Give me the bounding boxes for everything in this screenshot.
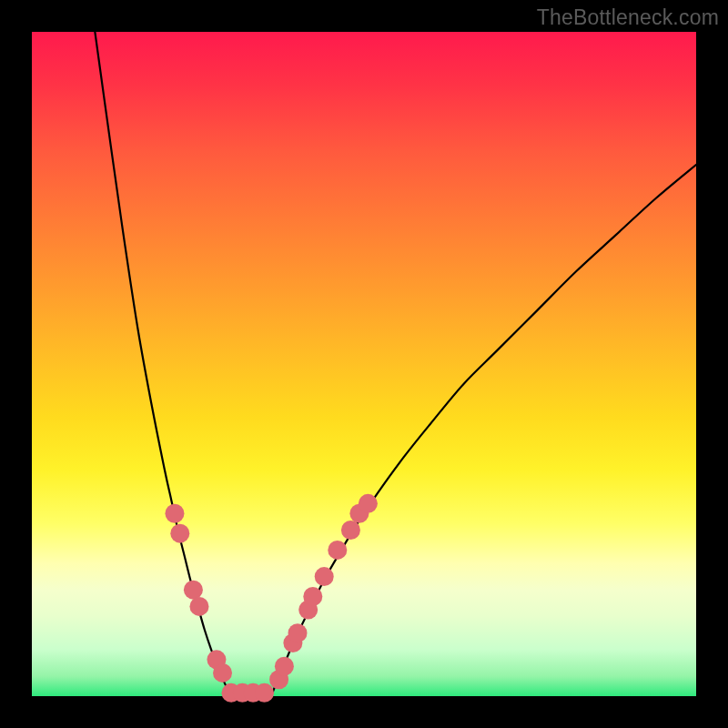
chart-marker [341, 521, 360, 540]
chart-marker [303, 587, 322, 606]
chart-marker [170, 524, 189, 543]
curves-group [95, 32, 696, 696]
chart-marker [315, 567, 334, 586]
chart-plot-area [32, 32, 696, 696]
chart-marker [359, 494, 378, 513]
chart-marker [165, 504, 184, 523]
chart-marker [275, 657, 294, 676]
markers-group [165, 494, 377, 703]
curve-left-curve [95, 32, 231, 696]
chart-overlay-svg [32, 32, 696, 696]
chart-marker [189, 597, 208, 616]
chart-marker [213, 663, 232, 682]
chart-marker [184, 581, 203, 600]
chart-marker [328, 541, 347, 560]
curve-right-curve [271, 165, 696, 696]
chart-marker [255, 683, 274, 703]
watermark-text: TheBottleneck.com [537, 5, 719, 30]
chart-frame: TheBottleneck.com [0, 0, 728, 728]
chart-marker [288, 623, 308, 642]
